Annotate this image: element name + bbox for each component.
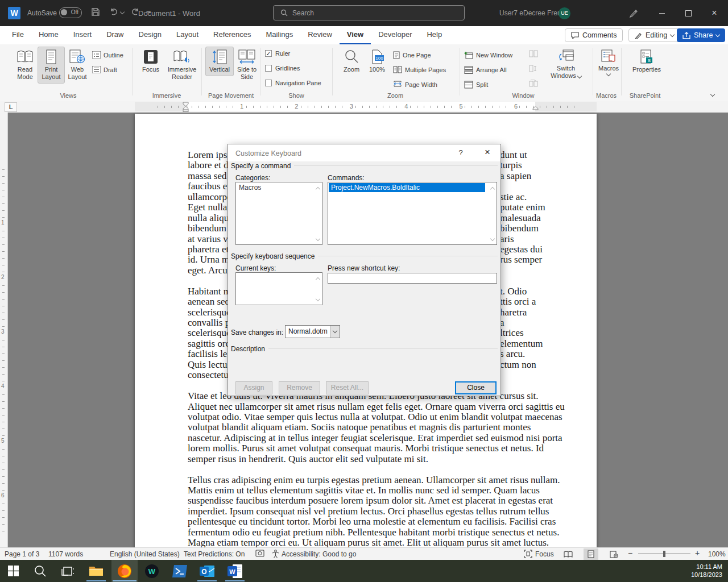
zoom-slider[interactable] [638,554,690,554]
zoom-out-button[interactable]: − [628,548,632,558]
tab-home[interactable]: Home [31,26,66,44]
web-layout-button[interactable]: Web Layout [63,47,92,84]
taskbar-search-button[interactable] [27,560,53,582]
tab-developer[interactable]: Developer [371,26,419,44]
assign-button[interactable]: Assign [235,381,272,394]
arrange-all-button[interactable]: Arrange All [464,66,507,74]
page-number-status[interactable]: Page 1 of 3 [5,550,39,558]
dialog-help-button[interactable]: ? [456,148,466,157]
command-item-selected[interactable]: Project.NewMacros.BoldItalic [329,183,485,192]
view-side-by-side-icon[interactable] [529,50,538,57]
comments-button[interactable]: Comments [565,28,623,42]
ink-pen-icon[interactable] [629,8,639,18]
dialog-close-button[interactable]: × [481,147,494,158]
reset-all-button[interactable]: Reset All... [326,381,369,394]
one-page-button[interactable]: One Page [393,51,431,59]
save-changes-dropdown[interactable]: Normal.dotm [285,325,340,338]
word-app-icon[interactable]: W [8,7,20,19]
webex-button[interactable]: W [139,560,165,582]
zoom-slider-thumb[interactable] [663,551,665,557]
multiple-pages-button[interactable]: Multiple Pages [393,66,446,73]
tab-view[interactable]: View [340,26,371,44]
close-dialog-button[interactable]: Close [455,381,497,394]
outline-button[interactable]: Outline [92,51,123,59]
tab-insert[interactable]: Insert [66,26,100,44]
navigation-pane-checkbox[interactable]: Navigation Pane [265,80,321,86]
editing-button[interactable]: Editing [628,28,680,42]
switch-windows-button[interactable]: Switch Windows [545,47,587,82]
side-to-side-button[interactable]: Side to Side [231,47,262,84]
scroll-down-icon[interactable] [316,294,320,302]
file-explorer-button[interactable] [83,560,109,582]
accessibility-status[interactable]: Accessibility: Good to go [282,550,356,558]
current-keys-listbox[interactable] [235,272,322,305]
collapse-ribbon-icon[interactable] [711,90,714,98]
ruler-checkbox[interactable]: ✓ Ruler [265,50,290,57]
scroll-down-icon[interactable] [316,234,320,242]
print-layout-button[interactable]: Print Layout [38,47,65,84]
synchronous-scrolling-icon[interactable] [529,65,538,72]
press-new-shortcut-input[interactable] [328,273,497,284]
indent-markers-icon[interactable] [183,102,189,112]
close-button[interactable]: × [701,0,727,26]
zoom-100-button[interactable]: 100 100% [364,47,390,76]
dropdown-button[interactable] [330,326,340,338]
scroll-up-icon[interactable] [316,185,320,193]
print-layout-view-button[interactable] [584,548,598,560]
powershell-button[interactable] [167,560,193,582]
tab-stop-selector[interactable]: L [5,102,17,112]
editor-icon[interactable] [255,550,264,558]
tab-mailings[interactable]: Mailings [259,26,301,44]
draft-button[interactable]: Draft [92,66,117,73]
maximize-button[interactable] [675,0,701,26]
read-mode-view-button[interactable] [561,548,576,560]
language-status[interactable]: English (United States) [110,550,180,558]
tab-draw[interactable]: Draw [99,26,131,44]
web-layout-view-button[interactable] [606,548,621,560]
right-indent-marker-icon[interactable] [532,106,539,112]
scroll-down-icon[interactable] [491,234,494,242]
immersive-reader-button[interactable]: Immersive Reader [163,47,201,84]
page-width-button[interactable]: Page Width [393,81,437,89]
commands-listbox[interactable]: Project.NewMacros.BoldItalic [328,182,497,245]
new-window-button[interactable]: New Window [464,51,512,59]
taskbar-clock[interactable]: 10:11 AM 10/18/2023 [691,563,722,579]
share-button[interactable]: Share [677,28,725,42]
task-view-button[interactable] [55,560,81,582]
tab-layout[interactable]: Layout [169,26,206,44]
word-count-status[interactable]: 1107 words [48,550,83,558]
avatar[interactable]: UE [559,7,570,19]
reset-window-position-icon[interactable] [529,80,538,87]
scroll-up-icon[interactable] [491,185,494,193]
zoom-in-button[interactable]: + [695,548,700,558]
focus-button[interactable]: Focus [136,47,165,76]
horizontal-ruler[interactable]: L 123456 [0,101,728,113]
start-button[interactable] [0,560,26,582]
tab-design[interactable]: Design [131,26,169,44]
undo-dropdown-icon[interactable] [121,9,124,15]
undo-icon[interactable] [109,7,119,16]
save-icon[interactable] [91,7,100,16]
tab-file[interactable]: File [5,26,31,44]
split-button[interactable]: Split [464,81,488,89]
zoom-percentage[interactable]: 100% [708,550,726,558]
firefox-button[interactable] [111,560,138,582]
search-box[interactable]: Search [273,5,465,20]
autosave-toggle[interactable]: Off [59,7,82,18]
remove-button[interactable]: Remove [279,381,320,394]
dialog-title-bar[interactable]: Customize Keyboard ? × [228,144,500,161]
focus-button-status[interactable]: Focus [535,550,554,558]
categories-listbox[interactable]: Macros [235,182,322,245]
outlook-button[interactable]: O [194,560,220,582]
minimize-button[interactable] [649,0,675,26]
category-item-macros[interactable]: Macros [236,182,322,193]
vertical-ruler[interactable]: 1234567 [0,113,8,547]
macros-button[interactable]: Macros [595,47,622,78]
tab-references[interactable]: References [206,26,258,44]
word-taskbar-button[interactable]: W [222,560,248,582]
vertical-button[interactable]: Vertical [205,47,234,76]
read-mode-button[interactable]: Read Mode [10,47,40,84]
text-predictions-status[interactable]: Text Predictions: On [184,550,245,558]
properties-button[interactable]: S Properties [628,47,665,76]
scroll-up-icon[interactable] [316,275,320,283]
